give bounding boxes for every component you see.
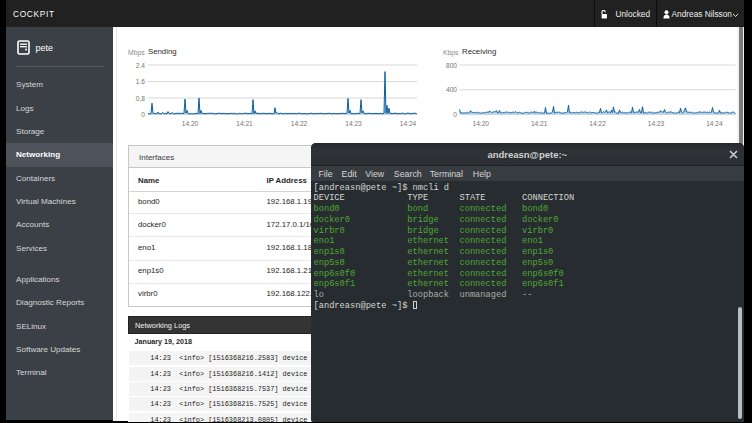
svg-text:0: 0 [141,111,145,118]
svg-text:0.8: 0.8 [136,95,145,102]
svg-text:14:24: 14:24 [400,120,417,127]
svg-text:14:20: 14:20 [182,120,199,127]
svg-text:14:22: 14:22 [291,120,308,127]
svg-text:14:24: 14:24 [706,120,723,127]
svg-text:14:23: 14:23 [648,120,665,127]
svg-text:2.4: 2.4 [136,62,145,69]
svg-text:14:21: 14:21 [236,120,253,127]
svg-text:14:23: 14:23 [345,120,362,127]
svg-text:800: 800 [446,62,457,69]
svg-text:14:22: 14:22 [589,120,606,127]
svg-text:1.6: 1.6 [136,78,145,85]
svg-text:400: 400 [446,86,457,93]
svg-text:0: 0 [453,111,457,118]
svg-text:14:21: 14:21 [531,120,548,127]
svg-text:14:20: 14:20 [473,120,490,127]
